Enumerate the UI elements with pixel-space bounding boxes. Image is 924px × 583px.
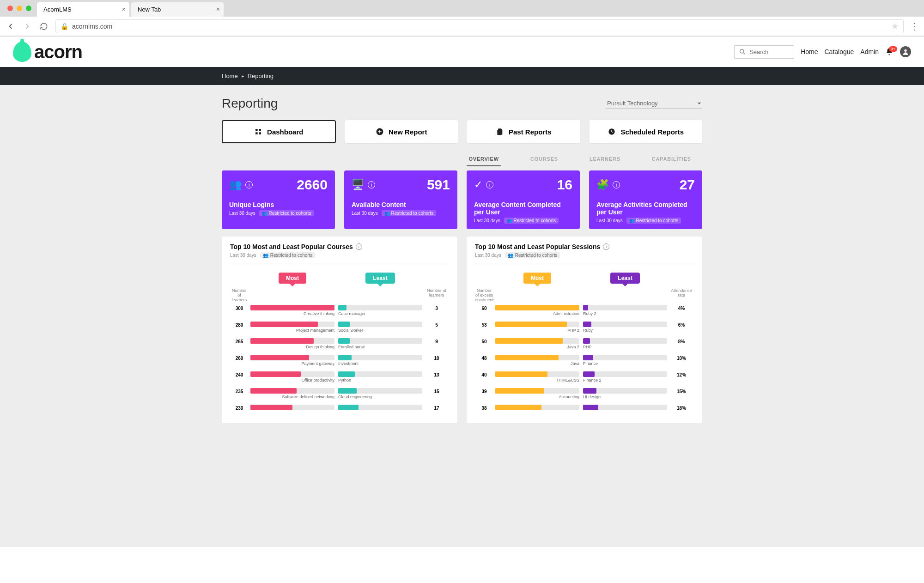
bar-value-right: 9 <box>424 338 449 344</box>
kpi-value: 2660 <box>297 177 328 193</box>
reload-icon[interactable] <box>39 21 49 31</box>
browser-menu-icon[interactable]: ⋮ <box>910 21 918 32</box>
breadcrumb-item: Reporting <box>248 73 274 79</box>
bar-value-right: 13 <box>424 371 449 377</box>
users-icon: 👥 <box>229 179 242 191</box>
report-btn-dashboard[interactable]: Dashboard <box>222 120 336 143</box>
close-icon[interactable]: × <box>216 6 220 13</box>
cohort-chip: 👥 Restricted to cohorts <box>259 210 314 216</box>
info-icon[interactable]: i <box>486 181 493 188</box>
bar-label: Java 2 <box>495 345 579 349</box>
most-bubble: Most <box>523 273 551 284</box>
bar-row: 48 Java Finance 10% <box>475 355 694 366</box>
monitor-icon: 🖥️ <box>352 179 364 191</box>
tab-learners[interactable]: LEARNERS <box>588 152 622 166</box>
kpi-card: 🧩i27Average Activities Completed per Use… <box>589 170 702 229</box>
bar-label: Enrolled nurse <box>338 345 422 349</box>
bar-value-right: 8% <box>669 338 694 344</box>
info-icon[interactable]: i <box>368 181 375 188</box>
lock-icon: 🔒 <box>61 23 68 30</box>
browser-tab[interactable]: New Tab× <box>131 2 224 17</box>
report-btn-new-report[interactable]: New Report <box>345 120 458 143</box>
kpi-label: Unique Logins <box>229 201 328 208</box>
bar-value-right: 17 <box>424 405 449 411</box>
kpi-label: Average Content Completed per User <box>474 201 572 216</box>
window-controls[interactable] <box>4 6 35 11</box>
tab-overview[interactable]: OVERVIEW <box>467 152 501 166</box>
svg-point-1 <box>904 49 906 52</box>
report-btn-scheduled-reports[interactable]: Scheduled Reports <box>590 120 703 143</box>
bar-value-left: 50 <box>475 338 493 344</box>
nav-link-catalogue[interactable]: Catalogue <box>824 48 854 55</box>
back-icon[interactable] <box>6 21 16 31</box>
bar-label: HTML&CSS <box>495 378 579 383</box>
bar-value-left: 48 <box>475 355 493 361</box>
address-bar[interactable]: 🔒 acornlms.com ★ <box>55 19 904 33</box>
bar-row: 60 Administration Ruby 2 4% <box>475 305 694 316</box>
bar-value-right: 15 <box>424 388 449 394</box>
bar-row: 230 17 <box>230 405 449 411</box>
cohort-chip: 👥 Restricted to cohorts <box>260 252 316 258</box>
bar-label: Python <box>338 378 422 383</box>
svg-rect-5 <box>259 132 261 134</box>
close-icon[interactable]: × <box>122 6 126 13</box>
logo[interactable]: acorn <box>13 42 82 62</box>
puzzle-icon: 🧩 <box>596 179 609 191</box>
chart-popular-courses: Top 10 Most and Least Popular Courses i … <box>222 237 457 423</box>
bar-label: UI design <box>583 395 667 399</box>
tab-capabilities[interactable]: CAPABILITIES <box>650 152 693 166</box>
bar-value-right: 3 <box>424 305 449 311</box>
info-icon[interactable]: i <box>356 243 362 250</box>
kpi-card: 🖥️i591Available ContentLast 30 days👥 Res… <box>344 170 457 229</box>
bar-label: Java <box>495 361 579 366</box>
kpi-card: 👥i2660Unique LoginsLast 30 days👥 Restric… <box>222 170 335 229</box>
svg-rect-3 <box>259 129 261 131</box>
cohort-chip: 👥 Restricted to cohorts <box>626 218 681 224</box>
breadcrumb: Home▸Reporting <box>0 67 924 85</box>
chart-title: Top 10 Most and Least Popular Courses <box>230 243 353 250</box>
notifications-button[interactable]: 9+ <box>885 48 894 56</box>
bar-label: Accounting <box>495 395 579 399</box>
info-icon[interactable]: i <box>613 181 620 188</box>
nav-link-admin[interactable]: Admin <box>860 48 879 55</box>
breadcrumb-item[interactable]: Home <box>222 73 238 79</box>
least-bubble: Least <box>365 273 395 284</box>
info-icon[interactable]: i <box>603 243 609 250</box>
bar-label: Investment <box>338 361 422 366</box>
avatar[interactable] <box>900 46 911 57</box>
doc-icon <box>496 128 504 136</box>
page-title: Reporting <box>222 96 278 111</box>
grid-icon <box>254 128 262 136</box>
chart-popular-sessions: Top 10 Most and Least Popular Sessions i… <box>467 237 702 423</box>
nav-link-home[interactable]: Home <box>801 48 818 55</box>
bar-value-right: 12% <box>669 371 694 377</box>
org-select[interactable]: Pursuit Technology <box>605 98 702 109</box>
bar-value-right: 4% <box>669 305 694 311</box>
tab-courses[interactable]: COURSES <box>529 152 560 166</box>
bar-label: Ruby <box>583 328 667 333</box>
search-input[interactable] <box>734 45 794 59</box>
bar-row: 38 18% <box>475 405 694 411</box>
forward-icon <box>22 21 32 31</box>
app-header: acorn HomeCatalogueAdmin 9+ <box>0 36 924 67</box>
bar-label: Administration <box>495 311 579 316</box>
kpi-card: ✓i16Average Content Completed per UserLa… <box>467 170 580 229</box>
bar-label: PHP <box>583 345 667 349</box>
least-bubble: Least <box>610 273 639 284</box>
user-icon <box>902 48 909 55</box>
bar-row: 235 Software defined networking Cloud en… <box>230 388 449 399</box>
bar-label: Cloud engineering <box>338 395 422 399</box>
browser-tab[interactable]: AcornLMS× <box>37 2 129 17</box>
plus-icon <box>376 128 384 136</box>
report-btn-past-reports[interactable]: Past Reports <box>467 120 580 143</box>
bar-label: Finance 2 <box>583 378 667 383</box>
bar-value-left: 260 <box>230 355 249 361</box>
info-icon[interactable]: i <box>245 181 253 188</box>
bar-value-left: 60 <box>475 305 493 311</box>
bookmark-star-icon[interactable]: ★ <box>891 21 899 31</box>
bar-row: 300 Creative thinking Case manager 3 <box>230 305 449 316</box>
kpi-value: 591 <box>427 177 450 193</box>
bar-value-right: 18% <box>669 405 694 411</box>
bar-value-left: 280 <box>230 322 249 328</box>
bar-row: 280 Project management Social worker 5 <box>230 322 449 333</box>
